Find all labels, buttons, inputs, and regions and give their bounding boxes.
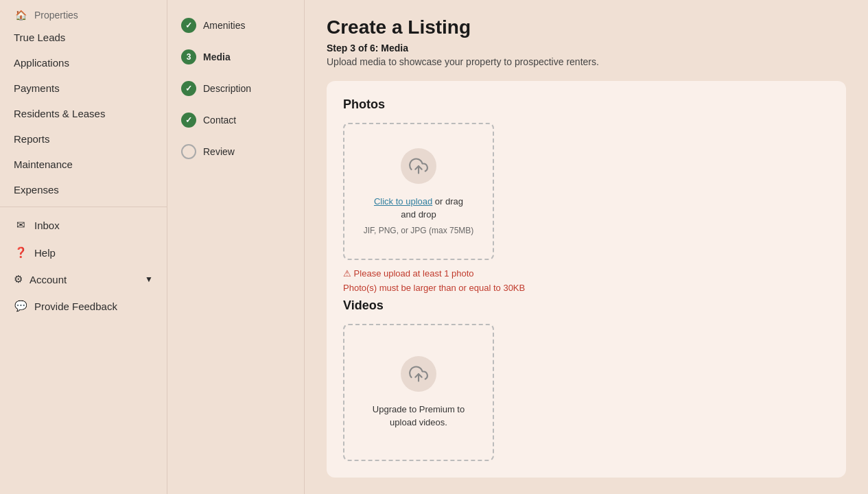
upload-icon-wrap <box>401 148 436 184</box>
step-review-circle <box>181 144 196 159</box>
sidebar-item-residents-leases[interactable]: Residents & Leases <box>0 101 167 126</box>
error-line-1: ⚠ Please upload at least 1 photo <box>343 268 474 279</box>
sidebar-item-payments[interactable]: Payments <box>0 75 167 101</box>
upload-file-hint: JIF, PNG, or JPG (max 75MB) <box>364 226 474 235</box>
main-content: Create a Listing Step 3 of 6: Media Uplo… <box>305 0 868 494</box>
step-review-label: Review <box>203 146 235 157</box>
photos-title: Photos <box>343 97 830 112</box>
question-icon: ❓ <box>14 246 27 259</box>
step-contact-circle <box>181 113 196 128</box>
step-description[interactable]: Description <box>167 74 304 103</box>
step-contact[interactable]: Contact <box>167 106 304 134</box>
step-description-circle <box>181 81 196 96</box>
left-sidebar: 🏠 Properties True Leads Applications Pay… <box>0 0 167 494</box>
sidebar-item-provide-feedback[interactable]: 💬 Provide Feedback <box>0 292 167 320</box>
sidebar-item-reports[interactable]: Reports <box>0 126 167 152</box>
step-amenities[interactable]: Amenities <box>167 11 304 40</box>
step-amenities-label: Amenities <box>203 20 245 31</box>
videos-upgrade-text: Upgrade to Premium to upload videos. <box>358 403 479 430</box>
gear-icon: ⚙ <box>14 273 23 285</box>
video-upload-cloud-icon <box>409 364 428 384</box>
sidebar-item-properties[interactable]: 🏠 Properties <box>0 5 167 25</box>
page-title: Create a Listing <box>327 16 846 38</box>
step-media-label: Media <box>203 51 231 62</box>
sidebar-item-account[interactable]: ⚙ Account ▼ <box>0 266 167 292</box>
upload-cloud-icon <box>409 156 428 176</box>
steps-sidebar: Amenities 3 Media Description Contact Re… <box>167 0 305 494</box>
chevron-down-icon: ▼ <box>145 274 153 284</box>
sidebar-item-inbox[interactable]: ✉ Inbox <box>0 211 167 239</box>
videos-section: Videos Upgrade to Premium to upload vide… <box>343 298 830 461</box>
step-description-label: Description <box>203 83 251 94</box>
step-media[interactable]: 3 Media <box>167 43 304 71</box>
step-review[interactable]: Review <box>167 137 304 166</box>
error-line-2: Photo(s) must be larger than or equal to… <box>343 283 525 293</box>
media-card: Photos Click to upload or drag and drop … <box>327 81 846 478</box>
building-icon: 🏠 <box>14 8 27 22</box>
sidebar-divider <box>0 207 167 207</box>
videos-upload-box: Upgrade to Premium to upload videos. <box>343 324 494 461</box>
sidebar-item-help[interactable]: ❓ Help <box>0 239 167 266</box>
photos-upload-box[interactable]: Click to upload or drag and drop JIF, PN… <box>343 123 494 260</box>
step-amenities-circle <box>181 18 196 33</box>
step-info-desc: Upload media to showcase your property t… <box>327 56 846 67</box>
photos-section: Photos Click to upload or drag and drop … <box>343 97 830 293</box>
sidebar-item-expenses[interactable]: Expenses <box>0 177 167 202</box>
upload-text: Click to upload or drag and drop <box>374 195 463 222</box>
feedback-icon: 💬 <box>14 299 27 313</box>
sidebar-item-maintenance[interactable]: Maintenance <box>0 152 167 177</box>
step-contact-label: Contact <box>203 115 236 126</box>
upload-link[interactable]: Click to upload <box>374 196 432 207</box>
mail-icon: ✉ <box>14 218 27 232</box>
step-info-label: Step 3 of 6: Media <box>327 43 846 54</box>
videos-title: Videos <box>343 298 830 313</box>
sidebar-item-applications[interactable]: Applications <box>0 50 167 75</box>
step-media-circle: 3 <box>181 49 196 64</box>
video-upload-icon-wrap <box>401 356 436 392</box>
sidebar-item-true-leads[interactable]: True Leads <box>0 25 167 50</box>
photos-error-messages: ⚠ Please upload at least 1 photo Photo(s… <box>343 268 830 293</box>
